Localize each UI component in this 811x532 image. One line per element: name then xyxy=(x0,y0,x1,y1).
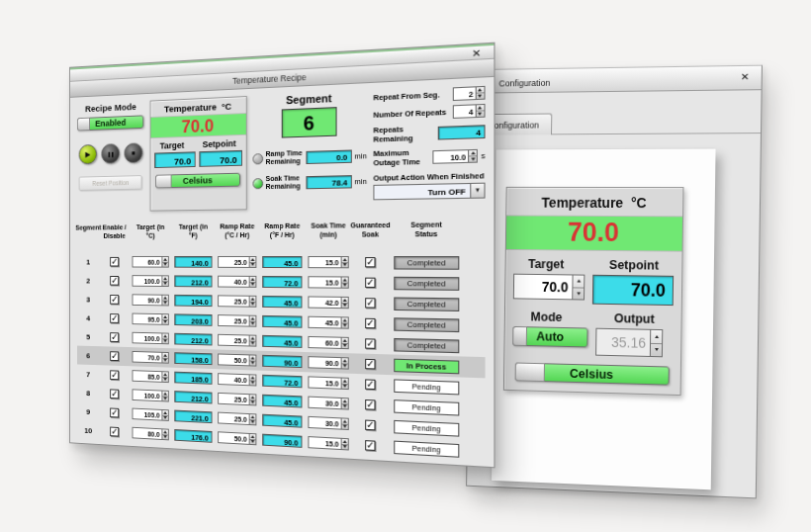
spin-arrows[interactable] xyxy=(341,277,348,287)
spin-down-icon[interactable] xyxy=(162,378,167,383)
spin-arrows[interactable] xyxy=(249,414,256,424)
soak-time-spinbox[interactable]: 15.0 xyxy=(308,376,348,390)
spin-arrows[interactable] xyxy=(249,395,256,404)
ramp-c-spinbox[interactable]: 50.0 xyxy=(218,431,256,445)
spin-arrows[interactable] xyxy=(341,418,348,429)
target-c-spinbox[interactable]: 70.0 xyxy=(133,351,169,364)
spin-arrows[interactable] xyxy=(341,257,348,267)
spin-down-icon[interactable] xyxy=(162,339,167,344)
guaranteed-soak-checkbox[interactable]: ✓ xyxy=(365,338,375,349)
target-c-spinbox[interactable]: 100.0 xyxy=(133,332,169,345)
spin-down-icon[interactable] xyxy=(162,282,167,286)
output-action-dropdown[interactable]: Turn OFF ▼ xyxy=(373,183,485,201)
spin-arrows[interactable] xyxy=(161,333,167,343)
spin-down-icon[interactable] xyxy=(342,384,348,389)
spin-arrows[interactable] xyxy=(249,336,256,346)
guaranteed-soak-checkbox[interactable]: ✓ xyxy=(365,379,375,390)
spin-arrows[interactable] xyxy=(476,105,485,117)
soak-time-spinbox[interactable]: 30.0 xyxy=(308,397,348,410)
target-c-spinbox[interactable]: 90.0 xyxy=(133,294,169,306)
spin-arrows[interactable] xyxy=(468,150,477,162)
spin-arrows[interactable] xyxy=(341,439,348,450)
spin-arrows[interactable] xyxy=(161,296,167,306)
soak-time-spinbox[interactable]: 42.0 xyxy=(308,296,348,309)
play-button[interactable]: ▶ xyxy=(79,144,97,164)
spin-down-icon[interactable] xyxy=(250,400,256,405)
spin-down-icon[interactable] xyxy=(342,304,348,309)
guaranteed-soak-checkbox[interactable]: ✓ xyxy=(365,359,375,370)
spin-down-icon[interactable] xyxy=(162,435,167,440)
spin-down-icon[interactable] xyxy=(250,439,256,444)
soak-time-spinbox[interactable]: 60.0 xyxy=(308,336,348,349)
reset-position-button[interactable]: Reset Position xyxy=(79,175,142,191)
spin-down-icon[interactable] xyxy=(250,420,256,425)
spin-down-icon[interactable] xyxy=(477,93,485,99)
output-spinbox[interactable]: 35.16 xyxy=(595,328,663,358)
ramp-c-spinbox[interactable]: 25.0 xyxy=(218,314,256,327)
spin-arrows[interactable] xyxy=(161,353,167,363)
spin-down-icon[interactable] xyxy=(342,283,348,288)
pause-button[interactable]: ❚❚ xyxy=(101,143,120,164)
spin-down-icon[interactable] xyxy=(651,343,662,356)
maximum-outage-spinbox[interactable]: 10.0 xyxy=(433,148,478,163)
spin-down-icon[interactable] xyxy=(250,361,256,366)
enable-checkbox[interactable]: ✓ xyxy=(110,276,119,286)
spin-down-icon[interactable] xyxy=(162,262,167,266)
target-c-spinbox[interactable]: 100.0 xyxy=(133,275,169,287)
ramp-c-spinbox[interactable]: 40.0 xyxy=(218,276,256,288)
spin-down-icon[interactable] xyxy=(342,263,348,268)
spin-down-icon[interactable] xyxy=(250,381,256,386)
spin-arrows[interactable] xyxy=(341,298,348,308)
spin-arrows[interactable] xyxy=(249,375,256,385)
enable-checkbox[interactable]: ✓ xyxy=(110,313,119,323)
stop-button[interactable]: ■ xyxy=(124,142,142,163)
spin-arrows[interactable] xyxy=(650,330,662,356)
spin-arrows[interactable] xyxy=(249,434,256,444)
spin-down-icon[interactable] xyxy=(342,404,348,409)
close-icon[interactable]: ✕ xyxy=(738,70,753,84)
enable-checkbox[interactable]: ✓ xyxy=(110,351,119,361)
spin-down-icon[interactable] xyxy=(162,358,167,363)
soak-time-spinbox[interactable]: 15.0 xyxy=(308,276,348,289)
spin-down-icon[interactable] xyxy=(250,262,256,266)
spin-arrows[interactable] xyxy=(341,317,348,327)
ramp-c-spinbox[interactable]: 40.0 xyxy=(218,373,256,386)
ramp-c-spinbox[interactable]: 25.0 xyxy=(218,334,256,347)
close-icon[interactable]: ✕ xyxy=(469,46,484,61)
spin-down-icon[interactable] xyxy=(477,111,485,117)
spin-down-icon[interactable] xyxy=(250,302,256,307)
celsius-toggle[interactable]: Celsius xyxy=(515,363,670,386)
spin-down-icon[interactable] xyxy=(250,282,256,287)
spin-arrows[interactable] xyxy=(249,297,256,307)
spin-arrows[interactable] xyxy=(341,379,348,389)
ramp-c-spinbox[interactable]: 25.0 xyxy=(218,295,256,307)
spin-arrows[interactable] xyxy=(161,372,167,382)
spin-arrows[interactable] xyxy=(341,399,348,409)
ramp-c-spinbox[interactable]: 25.0 xyxy=(218,393,256,406)
celsius-toggle[interactable]: Celsius xyxy=(155,173,240,189)
spin-arrows[interactable] xyxy=(249,355,256,365)
spin-arrows[interactable] xyxy=(249,316,256,326)
ramp-c-spinbox[interactable]: 25.0 xyxy=(218,256,256,268)
target-c-spinbox[interactable]: 60.0 xyxy=(133,256,169,268)
spin-down-icon[interactable] xyxy=(342,364,348,369)
enable-checkbox[interactable]: ✓ xyxy=(110,427,119,437)
spin-down-icon[interactable] xyxy=(573,288,584,300)
spin-up-icon[interactable] xyxy=(651,330,662,344)
guaranteed-soak-checkbox[interactable]: ✓ xyxy=(365,257,375,267)
spin-down-icon[interactable] xyxy=(469,156,477,162)
enable-checkbox[interactable]: ✓ xyxy=(110,295,119,305)
spin-down-icon[interactable] xyxy=(162,415,167,420)
target-c-spinbox[interactable]: 100.0 xyxy=(133,389,169,401)
spin-down-icon[interactable] xyxy=(342,424,348,429)
recipe-mode-toggle[interactable]: Enabled xyxy=(77,115,143,131)
spin-down-icon[interactable] xyxy=(162,319,167,323)
guaranteed-soak-checkbox[interactable]: ✓ xyxy=(365,278,375,288)
spin-arrows[interactable] xyxy=(341,358,348,368)
mode-toggle[interactable]: Auto xyxy=(512,326,587,348)
soak-time-spinbox[interactable]: 15.0 xyxy=(308,256,348,268)
target-c-spinbox[interactable]: 105.0 xyxy=(133,408,169,421)
spin-arrows[interactable] xyxy=(161,410,167,420)
guaranteed-soak-checkbox[interactable]: ✓ xyxy=(365,298,375,308)
spin-arrows[interactable] xyxy=(249,257,256,267)
